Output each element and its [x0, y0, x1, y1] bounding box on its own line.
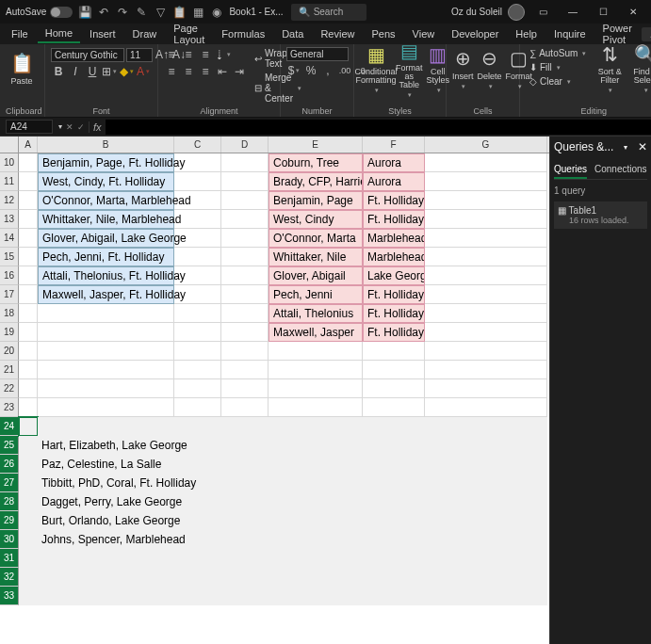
cell[interactable] [19, 530, 38, 549]
cell[interactable] [174, 511, 221, 530]
row-header[interactable]: 28 [0, 492, 19, 511]
col-header[interactable]: B [38, 137, 174, 153]
cell[interactable] [363, 587, 425, 605]
cell[interactable]: Attali, Thelonius [269, 304, 363, 323]
cell[interactable] [19, 568, 38, 587]
cell[interactable] [38, 304, 174, 323]
row-header[interactable]: 32 [0, 568, 19, 587]
cell[interactable] [19, 191, 38, 210]
align-top-icon[interactable]: ≡ [164, 47, 179, 62]
cell[interactable] [425, 285, 547, 304]
cell[interactable] [221, 285, 269, 304]
row-header[interactable]: 23 [0, 398, 19, 417]
row-header[interactable]: 19 [0, 323, 19, 342]
cell[interactable] [19, 266, 38, 285]
autosum-button[interactable]: ∑AutoSum [526, 47, 590, 59]
cell[interactable] [38, 417, 174, 436]
cell[interactable] [221, 191, 269, 210]
cell[interactable] [174, 304, 221, 323]
cell[interactable] [221, 549, 269, 568]
cell[interactable]: Dagget, Perry, Lake George [38, 492, 174, 511]
cell[interactable] [363, 492, 425, 511]
row-header[interactable]: 10 [0, 153, 19, 172]
align-bottom-icon[interactable]: ≡ [198, 47, 213, 62]
cell[interactable] [221, 266, 269, 285]
row-header[interactable]: 15 [0, 248, 19, 266]
template-icon[interactable]: ▦ [191, 6, 204, 19]
cell[interactable] [425, 248, 547, 266]
cell[interactable] [19, 304, 38, 323]
cell[interactable]: Whittaker, Nile [269, 248, 363, 266]
row-header[interactable]: 12 [0, 191, 19, 210]
row-header[interactable]: 24 [0, 417, 19, 436]
cell[interactable] [425, 191, 547, 210]
save-icon[interactable]: 💾 [78, 6, 91, 19]
cell[interactable] [363, 455, 425, 474]
cell[interactable] [269, 511, 363, 530]
cell[interactable] [269, 568, 363, 587]
query-item[interactable]: ▦ Table1 16 rows loaded. [554, 201, 647, 229]
cell[interactable] [221, 398, 269, 417]
cell[interactable] [425, 455, 547, 474]
cell[interactable] [174, 323, 221, 342]
cell[interactable] [19, 474, 38, 492]
filter-icon[interactable]: ▽ [154, 6, 167, 19]
align-middle-icon[interactable]: ≡ [181, 47, 196, 62]
cancel-formula-icon[interactable]: ✕ [66, 122, 73, 132]
cell[interactable] [425, 361, 547, 379]
cell[interactable] [269, 398, 363, 417]
cell[interactable] [174, 568, 221, 587]
cell[interactable] [221, 436, 269, 455]
share-button[interactable]: ↗Share [642, 27, 651, 41]
cell[interactable] [269, 587, 363, 605]
cell[interactable] [38, 361, 174, 379]
underline-icon[interactable]: U [85, 64, 100, 79]
cell[interactable]: Hart, Elizabeth, Lake George [38, 436, 174, 455]
col-header[interactable]: G [425, 137, 547, 153]
toggle-off-icon[interactable] [50, 7, 73, 18]
avatar[interactable] [508, 4, 525, 21]
row-header[interactable]: 11 [0, 172, 19, 191]
enter-formula-icon[interactable]: ✓ [77, 122, 85, 132]
cell[interactable] [425, 587, 547, 605]
cell[interactable]: Benjamin, Page [269, 191, 363, 210]
cell[interactable] [38, 323, 174, 342]
autosave-toggle[interactable]: AutoSave [6, 7, 73, 18]
indent-decrease-icon[interactable]: ⇤ [215, 64, 230, 79]
find-select-button[interactable]: 🔍Find & Select [629, 47, 651, 90]
number-format-select[interactable] [286, 47, 349, 61]
cell[interactable]: Johns, Spencer, Marblehead [38, 530, 174, 549]
cell[interactable] [19, 210, 38, 229]
cell[interactable] [425, 379, 547, 398]
italic-icon[interactable]: I [68, 64, 83, 79]
cell[interactable] [174, 587, 221, 605]
search-box[interactable]: 🔍 Search [291, 4, 366, 21]
align-left-icon[interactable]: ≡ [164, 64, 179, 79]
cell[interactable]: Whittaker, Nile, Marblehead [38, 210, 174, 229]
cell[interactable] [174, 379, 221, 398]
cell[interactable] [174, 549, 221, 568]
cell[interactable] [221, 361, 269, 379]
cell[interactable]: Aurora [363, 172, 425, 191]
cell[interactable] [425, 549, 547, 568]
row-header[interactable]: 26 [0, 455, 19, 474]
cell[interactable] [363, 342, 425, 361]
cell[interactable] [363, 474, 425, 492]
cell[interactable] [221, 455, 269, 474]
cell[interactable] [425, 342, 547, 361]
cell[interactable] [425, 323, 547, 342]
row-header[interactable]: 18 [0, 304, 19, 323]
cell[interactable] [174, 398, 221, 417]
cell[interactable] [425, 492, 547, 511]
cell[interactable] [269, 492, 363, 511]
cell[interactable] [425, 511, 547, 530]
cell[interactable] [38, 379, 174, 398]
worksheet[interactable]: A B C D E F G 10Benjamin, Page, Ft. Holl… [0, 137, 549, 644]
cell[interactable] [363, 436, 425, 455]
comma-icon[interactable]: , [320, 63, 335, 78]
cell[interactable] [38, 587, 174, 605]
cell[interactable]: Lake George [363, 266, 425, 285]
cell[interactable] [269, 417, 363, 436]
cell[interactable] [221, 568, 269, 587]
cell[interactable]: Marblehead [363, 248, 425, 266]
